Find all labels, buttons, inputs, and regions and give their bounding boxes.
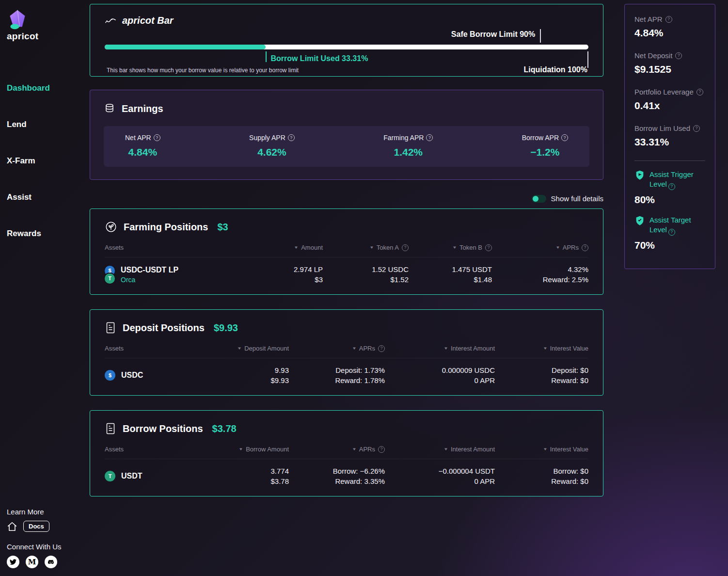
sidebar-nav: Dashboard Lend X-Farm Assist Rewards <box>7 83 84 239</box>
sidebar-item-lend[interactable]: Lend <box>7 120 84 129</box>
help-icon[interactable]: ? <box>561 134 568 141</box>
value-line: 1.475 USDT <box>452 265 492 273</box>
value-line: Deposit: $0 <box>552 366 588 374</box>
aprs-cell: Borrow: −6.26% Reward: 3.35% <box>289 467 385 485</box>
earnings-title: Earnings <box>122 103 163 114</box>
help-icon[interactable]: ? <box>378 446 385 453</box>
help-icon[interactable]: ? <box>378 345 385 352</box>
sidebar-item-assist[interactable]: Assist <box>7 192 84 202</box>
col-label: Deposit Amount <box>244 345 289 352</box>
col-aprs[interactable]: ▼APRs? <box>289 446 385 453</box>
col-label: Borrow Amount <box>246 446 289 453</box>
metric-value: 1.42% <box>383 146 433 158</box>
col-interest-value[interactable]: ▼Interest Value <box>495 446 588 453</box>
borrow-total: $3.78 <box>212 423 237 434</box>
stat-net-apr: Net APR? 4.84% <box>634 15 705 39</box>
value-line: 2.974 LP <box>294 265 323 273</box>
panel-divider <box>634 160 705 161</box>
help-icon[interactable]: ? <box>665 16 672 23</box>
stat-net-deposit: Net Deposit? $9.1525 <box>634 51 705 75</box>
borrow-amount-cell: 3.774 $3.78 <box>226 467 289 485</box>
metric-value: 4.62% <box>249 146 295 158</box>
stat-label: Net Deposit <box>634 51 672 60</box>
farming-title: Farming Positions <box>124 222 208 233</box>
col-deposit-amount[interactable]: ▼Deposit Amount <box>226 345 289 352</box>
stat-label: Borrow Lim Used <box>634 124 690 132</box>
help-icon[interactable]: ? <box>485 244 492 251</box>
discord-link[interactable] <box>45 556 57 568</box>
home-icon[interactable] <box>7 521 17 532</box>
col-label: Token B <box>459 244 482 251</box>
deposit-table-row: $ USDC 9.93 $9.93 Deposit: 1.73% Reward:… <box>105 358 588 384</box>
sort-icon: ▼ <box>237 346 242 351</box>
stat-value: 4.84% <box>634 27 705 39</box>
col-amount[interactable]: ▼Amount <box>226 244 323 251</box>
col-label: APRs <box>359 345 375 352</box>
assist-trigger-value: 80% <box>634 194 705 206</box>
col-interest-amount[interactable]: ▼Interest Amount <box>385 345 495 352</box>
col-token-b[interactable]: ▼Token B? <box>409 244 492 251</box>
assist-target-label: Assist Target Level? <box>649 215 705 236</box>
help-icon[interactable]: ? <box>288 134 295 141</box>
help-icon[interactable]: ? <box>668 229 675 236</box>
social-links: M <box>7 556 84 568</box>
metric-label: Supply APR <box>249 134 285 142</box>
deposit-table-header: Assets ▼Deposit Amount ▼APRs? ▼Interest … <box>105 345 588 358</box>
metric-borrow-apr: Borrow APR? −1.2% <box>522 134 568 158</box>
coins-icon <box>104 103 115 114</box>
help-icon[interactable]: ? <box>426 134 433 141</box>
col-token-a[interactable]: ▼Token A? <box>323 244 409 251</box>
stat-value: 0.41x <box>634 100 705 112</box>
sort-icon: ▼ <box>443 447 448 451</box>
amount-cell: 2.974 LP $3 <box>226 265 323 284</box>
farming-header: Farming Positions $3 <box>105 221 588 233</box>
brand[interactable]: apricot <box>7 9 84 42</box>
deposit-title: Deposit Positions <box>123 322 205 334</box>
col-interest-amount[interactable]: ▼Interest Amount <box>385 446 495 453</box>
asset-cell: T USDT <box>105 471 226 481</box>
value-line: −0.000004 USDT <box>439 467 495 475</box>
value-line: Reward: $0 <box>551 477 588 485</box>
asset-name: USDC-USDT LP <box>121 266 178 274</box>
col-interest-value[interactable]: ▼Interest Value <box>495 345 588 352</box>
medium-link[interactable]: M <box>26 556 38 568</box>
help-icon[interactable]: ? <box>675 52 682 59</box>
col-assets: Assets <box>105 345 226 352</box>
sort-icon: ▼ <box>352 346 357 351</box>
liquidation-label: Liquidation 100% <box>523 65 587 74</box>
col-borrow-amount[interactable]: ▼Borrow Amount <box>226 446 289 453</box>
bar-caption: This bar shows how much your borrow valu… <box>107 67 299 74</box>
sort-icon: ▼ <box>543 447 548 451</box>
sidebar-item-xfarm[interactable]: X-Farm <box>7 156 84 166</box>
col-aprs[interactable]: ▼APRs? <box>289 345 385 352</box>
help-icon[interactable]: ? <box>402 244 409 251</box>
help-icon[interactable]: ? <box>668 183 675 190</box>
docs-button[interactable]: Docs <box>23 521 49 532</box>
farming-table-header: Assets ▼Amount ▼Token A? ▼Token B? ▼APRs… <box>105 244 588 257</box>
col-label: Assets <box>105 345 124 352</box>
metric-label: Farming APR <box>383 134 424 142</box>
value-line: $1.52 <box>390 275 409 284</box>
help-icon[interactable]: ? <box>693 125 700 132</box>
twitter-link[interactable] <box>7 556 19 568</box>
help-icon[interactable]: ? <box>154 134 160 141</box>
sidebar-item-dashboard[interactable]: Dashboard <box>7 83 84 93</box>
shield-check-icon <box>634 215 645 226</box>
app: apricot Dashboard Lend X-Farm Assist Rew… <box>0 0 728 576</box>
assist-target-row: Assist Target Level? <box>634 215 705 236</box>
show-details-toggle[interactable] <box>532 195 546 203</box>
assist-trigger-label: Assist Trigger Level? <box>649 170 705 190</box>
sidebar-item-rewards[interactable]: Rewards <box>7 229 84 239</box>
interest-amount-cell: 0.000009 USDC 0 APR <box>385 366 495 384</box>
value-line: $3 <box>315 275 323 284</box>
col-aprs[interactable]: ▼APRs? <box>492 244 588 251</box>
help-icon[interactable]: ? <box>696 89 703 96</box>
asset-cell: $ USDC <box>105 370 226 381</box>
value-line: 9.93 <box>275 366 289 374</box>
borrow-bar-zone: Safe Borrow Limit 90% Borrow Limit Used … <box>105 29 588 78</box>
connect-label: Connect With Us <box>7 543 84 551</box>
borrow-bar-track <box>105 45 588 49</box>
help-icon[interactable]: ? <box>582 244 588 251</box>
col-assets: Assets <box>105 446 226 453</box>
lp-token-icons: $ T <box>105 266 115 284</box>
